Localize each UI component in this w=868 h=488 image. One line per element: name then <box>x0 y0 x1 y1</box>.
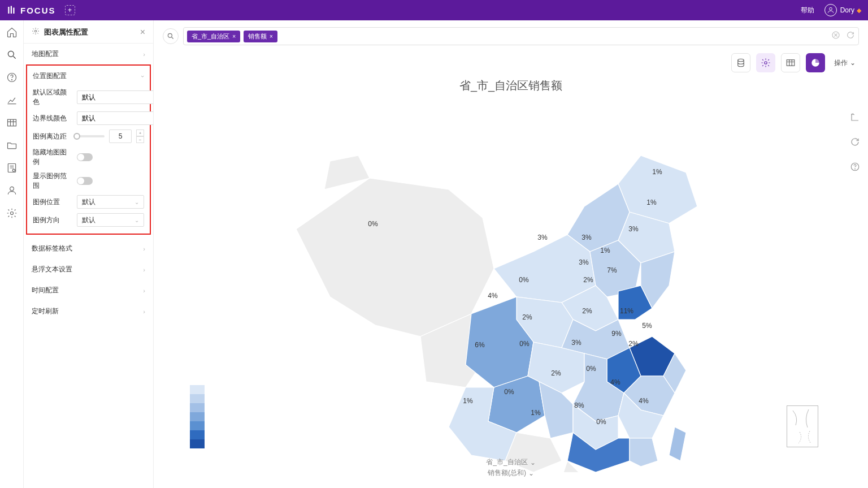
footer-dimension[interactable]: 省_市_自治区⌄ <box>486 457 535 467</box>
chevron-right-icon: › <box>143 266 145 273</box>
svg-point-12 <box>34 30 37 32</box>
legend-swatch <box>190 403 205 412</box>
toolbar-settings-button[interactable] <box>756 53 775 72</box>
username-label: Dory <box>840 6 854 14</box>
field-default-region-color: 默认区域颜色 <box>31 85 146 109</box>
section-location-config[interactable]: 位置图配置 › <box>31 68 146 85</box>
vip-diamond-icon: ◆ <box>857 7 861 14</box>
legend-swatch <box>190 430 205 439</box>
svg-rect-2 <box>13 8 14 14</box>
hide-map-legend-toggle[interactable] <box>77 153 93 161</box>
show-legend-range-toggle[interactable] <box>77 177 93 185</box>
chevron-down-icon: ⌄ <box>850 59 856 67</box>
svg-point-3 <box>829 7 832 10</box>
refresh-tool-icon[interactable] <box>850 137 860 149</box>
legend-margin-stepper[interactable]: +− <box>136 129 144 143</box>
query-refresh-icon[interactable] <box>846 31 855 42</box>
nav-table-icon[interactable] <box>6 116 18 129</box>
svg-rect-0 <box>8 7 9 14</box>
svg-point-6 <box>11 80 12 80</box>
field-hide-map-legend: 隐藏地图图例 <box>31 145 146 169</box>
nav-help-icon[interactable] <box>6 71 18 84</box>
nav-home-icon[interactable] <box>6 26 18 38</box>
chart-title: 省_市_自治区销售额 <box>459 78 562 93</box>
svg-point-19 <box>855 169 856 169</box>
query-search-icon[interactable] <box>163 28 179 44</box>
logo-icon <box>7 5 17 15</box>
user-avatar[interactable] <box>824 4 837 16</box>
legend-direction-select[interactable]: 默认 ⌄ <box>77 213 144 227</box>
svg-point-4 <box>8 51 14 57</box>
pill-remove-icon[interactable]: × <box>232 33 236 40</box>
left-rail-nav <box>0 20 24 488</box>
chart-side-tools <box>850 112 860 174</box>
brand-text: FOCUS <box>20 6 56 15</box>
panel-close-icon[interactable]: × <box>140 27 145 37</box>
toolbar-chart-button[interactable] <box>806 53 825 72</box>
legend-swatch <box>190 385 205 394</box>
panel-title: 图表属性配置 <box>44 27 140 37</box>
chevron-down-icon: ⌄ <box>528 469 534 477</box>
chart-canvas[interactable]: 省_市_自治区销售额 <box>154 72 868 488</box>
brand-logo: FOCUS <box>7 5 56 15</box>
nav-user-icon[interactable] <box>6 184 18 197</box>
svg-rect-7 <box>7 119 16 126</box>
legend-swatch <box>190 439 205 448</box>
nav-data-icon[interactable] <box>6 162 18 174</box>
nav-settings-icon[interactable] <box>6 207 18 219</box>
toolbar-data-button[interactable] <box>731 53 750 72</box>
field-legend-direction: 图例方向 默认 ⌄ <box>31 211 146 229</box>
section-time-config[interactable]: 时间配置 › <box>24 280 153 301</box>
query-clear-icon[interactable] <box>831 31 840 42</box>
query-input[interactable]: 省_市_自治区× 销售额× <box>183 27 859 45</box>
panel-header: 图表属性配置 × <box>24 20 153 44</box>
section-hover-text[interactable]: 悬浮文本设置 › <box>24 259 153 280</box>
svg-point-10 <box>10 187 14 191</box>
toolbar-table-button[interactable] <box>781 53 800 72</box>
svg-point-16 <box>765 62 767 64</box>
nav-search-icon[interactable] <box>6 49 18 61</box>
main-area: 省_市_自治区× 销售额× 操作⌄ 省_市_自治区销售额 <box>154 20 868 488</box>
svg-rect-1 <box>11 6 12 14</box>
config-panel: 图表属性配置 × 地图配置 › 位置图配置 › 默认区域颜色 边界线颜色 图例离… <box>24 20 154 488</box>
chevron-right-icon: › <box>143 51 145 58</box>
legend-swatch <box>190 394 205 403</box>
pill-remove-icon[interactable]: × <box>270 33 273 40</box>
nav-chart-icon[interactable] <box>6 94 18 106</box>
chart-footer-keys: 省_市_自治区⌄ 销售额(总和)⌄ <box>486 456 535 478</box>
field-show-legend-range: 显示图例范围 <box>31 169 146 193</box>
location-config-group: 位置图配置 › 默认区域颜色 边界线颜色 图例离边距 5 +− 隐藏地图图例 <box>26 64 151 235</box>
legend-margin-value[interactable]: 5 <box>109 129 132 143</box>
section-data-label-format[interactable]: 数据标签格式 › <box>24 238 153 259</box>
axis-tool-icon[interactable] <box>850 112 860 124</box>
default-region-color-input[interactable] <box>77 90 154 104</box>
chevron-right-icon: › <box>143 245 145 252</box>
nav-folder-icon[interactable] <box>6 139 18 152</box>
section-auto-refresh[interactable]: 定时刷新 › <box>24 301 153 322</box>
help-tool-icon[interactable] <box>850 162 860 174</box>
field-border-color: 边界线颜色 <box>31 109 146 127</box>
field-legend-margin: 图例离边距 5 +− <box>31 127 146 145</box>
field-legend-position: 图例位置 默认 ⌄ <box>31 193 146 211</box>
chevron-down-icon: ⌄ <box>530 459 536 467</box>
chevron-right-icon: › <box>143 308 145 315</box>
south-sea-inset <box>787 405 818 447</box>
legend-swatch <box>190 421 205 430</box>
svg-point-9 <box>12 169 15 171</box>
query-bar: 省_市_自治区× 销售额× <box>154 20 868 45</box>
footer-measure[interactable]: 销售额(总和)⌄ <box>486 468 535 478</box>
legend-margin-slider[interactable] <box>77 135 105 137</box>
border-color-input[interactable] <box>77 111 154 125</box>
chevron-down-icon: ⌄ <box>134 217 139 223</box>
svg-point-15 <box>738 59 744 62</box>
operate-dropdown[interactable]: 操作⌄ <box>834 58 856 68</box>
help-link[interactable]: 帮助 <box>801 6 814 15</box>
new-tab-button[interactable]: + <box>65 5 75 15</box>
legend-position-select[interactable]: 默认 ⌄ <box>77 195 144 209</box>
query-pill-sales[interactable]: 销售额× <box>244 31 277 42</box>
chevron-down-icon: › <box>140 75 146 77</box>
section-map-config[interactable]: 地图配置 › <box>24 44 153 64</box>
query-pill-province[interactable]: 省_市_自治区× <box>187 31 240 42</box>
svg-point-13 <box>168 33 172 37</box>
chart-toolbar: 操作⌄ <box>154 45 868 72</box>
